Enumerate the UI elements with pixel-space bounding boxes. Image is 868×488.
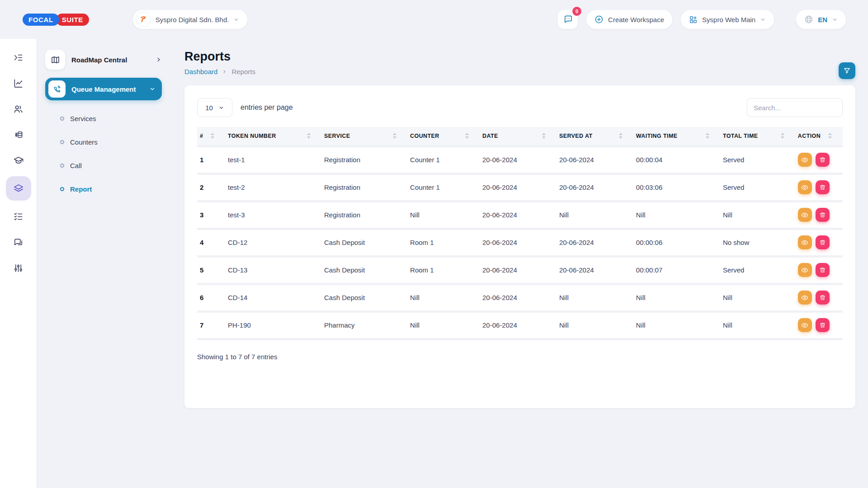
workspace-selector[interactable]: Syspro Web Main — [680, 9, 774, 29]
delete-button[interactable] — [816, 153, 830, 167]
table-row: 3 test-3 Registration Nill 20-06-2024 Ni… — [197, 201, 843, 229]
table-summary: Showing 1 to 7 of 7 entries — [197, 353, 843, 361]
analytics-icon[interactable] — [9, 73, 28, 93]
delete-button[interactable] — [816, 318, 830, 332]
feedback-icon[interactable] — [9, 232, 28, 252]
eye-icon — [801, 156, 808, 164]
table-row: 7 PH-190 Pharmacy Nill 20-06-2024 Nill N… — [197, 311, 843, 339]
cell-index: 3 — [197, 201, 225, 229]
cell-service: Cash Deposit — [321, 229, 407, 256]
view-button[interactable] — [798, 318, 812, 332]
view-button[interactable] — [798, 208, 812, 222]
breadcrumb-current: Reports — [231, 68, 255, 75]
workspace-name: Syspro Web Main — [702, 16, 755, 23]
checklist-icon[interactable] — [9, 206, 28, 226]
cell-counter: Counter 1 — [407, 174, 480, 201]
breadcrumb: Dashboard Reports — [184, 68, 855, 75]
cell-action — [795, 174, 843, 201]
cell-served-at: 20-06-2024 — [557, 146, 633, 174]
breadcrumb-dashboard-link[interactable]: Dashboard — [184, 68, 217, 75]
column-header-total-time[interactable]: TOTAL TIME — [720, 127, 795, 146]
trash-icon — [819, 322, 826, 328]
company-selector[interactable]: Syspro Digital Sdn. Bhd. — [132, 9, 248, 29]
delete-button[interactable] — [816, 180, 830, 194]
sidebar-item-queue-management[interactable]: Queue Management — [45, 78, 162, 100]
cell-token-number: PH-190 — [225, 311, 321, 339]
sidebar-item-roadmap-central[interactable]: RoadMap Central — [45, 49, 162, 70]
cell-date: 20-06-2024 — [480, 146, 557, 174]
language-selector[interactable]: EN — [796, 9, 846, 29]
cell-total-time: No show — [720, 229, 795, 256]
cell-served-at: Nill — [557, 284, 633, 311]
view-button[interactable] — [798, 153, 812, 167]
column-header-index[interactable]: # — [197, 127, 225, 146]
cell-waiting-time: 00:03:06 — [633, 174, 720, 201]
page-header: Reports Dashboard Reports — [184, 50, 855, 75]
main-content: Reports Dashboard Reports 10 entries per… — [184, 39, 855, 408]
delete-button[interactable] — [816, 208, 830, 222]
sidebar-item-services[interactable]: Services — [45, 107, 162, 130]
entries-per-page-label: entries per page — [241, 103, 293, 112]
column-header-service[interactable]: SERVICE — [321, 127, 407, 146]
sidebar-item-label: Call — [70, 162, 82, 169]
sidebar-item-counters[interactable]: Counters — [45, 130, 162, 154]
filter-funnel-icon — [843, 67, 851, 75]
view-button[interactable] — [798, 180, 812, 194]
sidebar-item-call[interactable]: Call — [45, 154, 162, 177]
menu-list-icon[interactable] — [9, 47, 28, 67]
cell-service: Cash Deposit — [321, 284, 407, 311]
cell-token-number: test-1 — [225, 146, 321, 174]
eye-icon — [801, 184, 808, 191]
delete-button[interactable] — [816, 291, 830, 305]
settings-sliders-icon[interactable] — [9, 258, 28, 278]
queue-layers-icon[interactable] — [6, 176, 31, 201]
delete-button[interactable] — [816, 235, 830, 249]
plus-circle-icon — [594, 15, 604, 24]
view-button[interactable] — [798, 291, 812, 305]
cell-service: Registration — [321, 146, 407, 174]
view-button[interactable] — [798, 235, 812, 249]
delete-button[interactable] — [816, 263, 830, 277]
chat-button[interactable]: 0 — [557, 9, 578, 29]
column-header-counter[interactable]: COUNTER — [407, 127, 480, 146]
search-input[interactable] — [747, 98, 843, 117]
finance-icon[interactable] — [9, 125, 28, 145]
queue-submenu: Services Counters Call Report — [45, 107, 162, 201]
cell-action — [795, 146, 843, 174]
column-header-waiting-time[interactable]: WAITING TIME — [633, 127, 720, 146]
trash-icon — [819, 211, 826, 218]
cell-total-time: Nill — [720, 201, 795, 229]
table-row: 2 test-2 Registration Counter 1 20-06-20… — [197, 174, 843, 201]
cell-token-number: CD-12 — [225, 229, 321, 256]
sort-arrows-icon — [619, 133, 623, 139]
chat-badge: 0 — [572, 7, 581, 16]
column-header-token-number[interactable]: TOKEN NUMBER — [225, 127, 321, 146]
cell-total-time: Served — [720, 146, 795, 174]
filter-button[interactable] — [839, 62, 855, 79]
cell-service: Registration — [321, 174, 407, 201]
users-icon[interactable] — [9, 99, 28, 119]
cell-index: 1 — [197, 146, 225, 174]
sort-arrows-icon — [211, 133, 214, 139]
eye-icon — [801, 294, 808, 301]
reports-table: # TOKEN NUMBER SERVICE COUNTER DATE SERV… — [197, 127, 843, 340]
column-header-served-at[interactable]: SERVED AT — [557, 127, 633, 146]
cell-date: 20-06-2024 — [480, 201, 557, 229]
sort-arrows-icon — [542, 133, 546, 139]
view-button[interactable] — [798, 263, 812, 277]
cell-served-at: 20-06-2024 — [557, 256, 633, 284]
trash-icon — [819, 239, 826, 246]
cell-served-at: 20-06-2024 — [557, 174, 633, 201]
sort-arrows-icon — [781, 133, 784, 139]
cell-action — [795, 201, 843, 229]
column-header-action[interactable]: ACTION — [795, 127, 843, 146]
entries-per-page-select[interactable]: 10 — [197, 98, 232, 117]
sidebar-item-label: Report — [70, 185, 92, 193]
cell-counter: Nill — [407, 311, 480, 339]
bullet-icon — [60, 117, 64, 121]
education-icon[interactable] — [9, 150, 28, 170]
create-workspace-button[interactable]: Create Workspace — [586, 9, 673, 29]
sidebar-item-report[interactable]: Report — [45, 177, 162, 201]
column-header-date[interactable]: DATE — [480, 127, 557, 146]
cell-token-number: CD-13 — [225, 256, 321, 284]
